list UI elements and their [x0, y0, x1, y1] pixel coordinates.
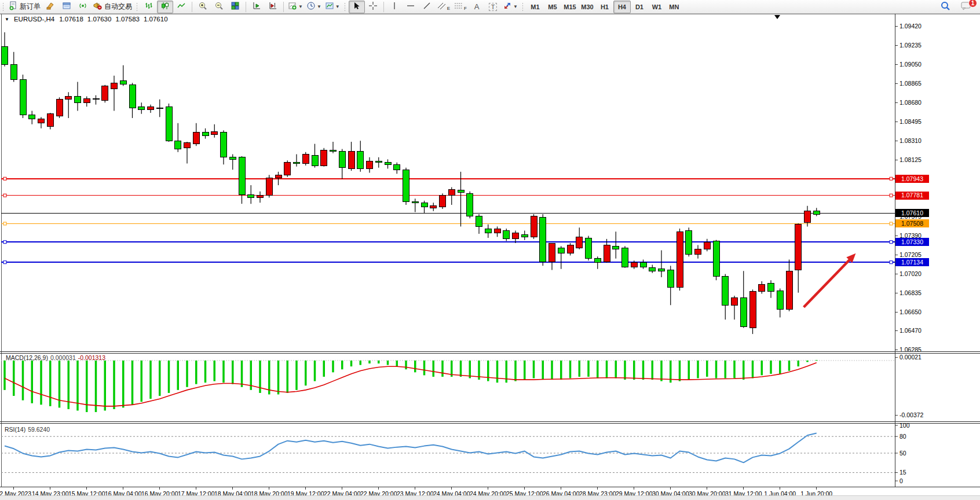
candle-body: [166, 106, 172, 141]
line-anchor-handle[interactable]: [890, 261, 893, 264]
candle-body: [20, 80, 26, 115]
macd-histogram-bar: [214, 361, 216, 381]
line-anchor-handle[interactable]: [890, 194, 893, 197]
candle-body: [120, 81, 126, 84]
candle-body: [275, 175, 281, 178]
candle-body: [786, 271, 792, 309]
price-level-badge-label: 1.07943: [901, 175, 923, 182]
line-anchor-handle[interactable]: [3, 177, 6, 180]
line-anchor-handle[interactable]: [3, 194, 6, 197]
line-anchor-handle[interactable]: [890, 177, 893, 180]
macd-histogram-bar: [350, 361, 353, 366]
candle-body: [513, 233, 519, 239]
candle-body: [485, 229, 491, 233]
macd-histogram-bar: [652, 361, 654, 380]
macd-histogram-bar: [806, 361, 809, 362]
candle-body: [677, 231, 683, 287]
price-level-badge-label: 1.07330: [901, 238, 923, 245]
candle-body: [640, 263, 646, 267]
price-axis-tick-label: 1.08125: [899, 156, 922, 163]
candle-body: [503, 231, 510, 239]
macd-histogram-bar: [587, 361, 590, 377]
candle-body: [93, 98, 99, 100]
candle-body: [330, 150, 337, 151]
macd-histogram-bar: [524, 361, 526, 380]
macd-histogram-bar: [277, 361, 280, 395]
trend-arrow-annotation[interactable]: [804, 258, 851, 307]
candle-body: [47, 114, 53, 126]
macd-histogram-bar: [560, 361, 562, 380]
macd-histogram-bar: [688, 361, 690, 380]
candle-body: [56, 100, 63, 116]
candle-body: [302, 154, 309, 163]
macd-histogram-bar: [332, 361, 334, 372]
macd-histogram-bar: [186, 361, 188, 387]
candle-body: [75, 96, 81, 102]
macd-histogram-bar: [22, 361, 24, 400]
candle-body: [2, 47, 8, 64]
macd-histogram-bar: [3, 361, 6, 390]
candle-body: [531, 216, 537, 237]
macd-histogram-bar: [314, 361, 316, 381]
candle-body: [713, 241, 719, 276]
line-anchor-handle[interactable]: [890, 222, 893, 225]
macd-histogram-bar: [49, 361, 52, 406]
price-axis-tick-label: 1.08865: [899, 80, 922, 87]
candle-body: [749, 292, 756, 328]
candle-body: [494, 229, 500, 233]
macd-histogram-bar: [697, 361, 699, 378]
candle-body: [193, 133, 199, 144]
candle-body: [440, 196, 446, 207]
macd-value: 0.000031: [50, 354, 76, 361]
candle-body: [430, 206, 437, 208]
candle-body: [576, 237, 583, 248]
candle-body: [10, 64, 17, 80]
candle-body: [795, 225, 802, 270]
line-anchor-handle[interactable]: [3, 261, 6, 264]
chart-canvas[interactable]: 1.094201.092351.090501.088651.086801.084…: [0, 0, 980, 500]
candle-body: [631, 263, 637, 267]
macd-histogram-bar: [287, 361, 289, 393]
candle-body: [312, 155, 318, 166]
chart-title: ▼ EURUSD-,H4 1.07618 1.07630 1.07583 1.0…: [5, 16, 168, 23]
candle-body: [777, 291, 783, 309]
candle-body: [148, 106, 154, 109]
macd-histogram-bar: [204, 361, 207, 383]
price-axis-tick-label: 1.06835: [899, 289, 922, 296]
macd-histogram-bar: [368, 361, 371, 363]
candle-body: [458, 190, 464, 193]
candle-body: [768, 284, 774, 292]
candle-body: [239, 157, 245, 194]
candle-body: [339, 151, 345, 168]
rsi-line: [5, 433, 817, 462]
line-anchor-handle[interactable]: [3, 222, 6, 225]
candle-body: [604, 245, 610, 262]
line-anchor-handle[interactable]: [3, 241, 6, 244]
macd-histogram-bar: [13, 361, 15, 396]
candle-body: [375, 161, 382, 163]
candle-body: [759, 284, 765, 292]
price-level-badge-label: 1.07508: [901, 220, 923, 227]
line-anchor-handle[interactable]: [890, 241, 893, 244]
macd-histogram-bar: [433, 361, 435, 377]
price-level-badge-label: 1.07781: [901, 192, 923, 198]
macd-histogram-bar: [268, 361, 270, 395]
candle-body: [175, 141, 181, 149]
price-level-badge-label: 1.07134: [901, 259, 923, 266]
candle-body: [567, 245, 573, 253]
rsi-axis-tick-label: 50: [899, 450, 906, 457]
macd-histogram-bar: [31, 361, 34, 403]
candle-body: [695, 249, 701, 255]
candle-body: [649, 268, 656, 271]
macd-histogram-bar: [305, 361, 307, 385]
candle-body: [184, 143, 191, 148]
chart-shift-marker[interactable]: [774, 15, 780, 19]
macd-histogram-bar: [569, 361, 572, 378]
candle-body: [367, 161, 373, 169]
candle-body: [29, 115, 35, 119]
candle-body: [521, 235, 528, 237]
candle-body: [211, 131, 218, 134]
symbol-timeframe-label: EURUSD-,H4: [14, 16, 54, 23]
candle-body: [83, 98, 90, 102]
candle-body: [394, 164, 400, 170]
